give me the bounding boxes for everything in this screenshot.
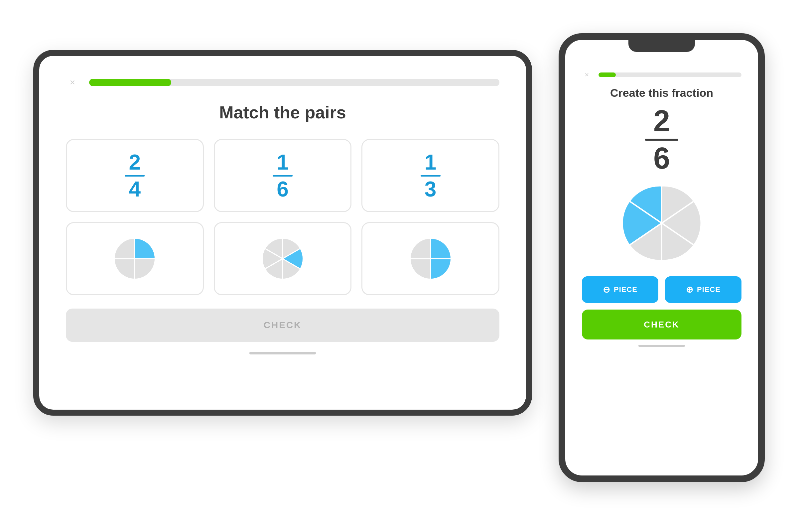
phone-notch [628, 40, 695, 52]
tablet-grid: 2 4 1 6 1 3 [66, 139, 499, 295]
phone-progress-bar-fill [598, 73, 616, 77]
tablet-close-button[interactable]: × [66, 76, 79, 89]
fraction-card-2[interactable]: 1 6 [214, 139, 352, 212]
phone-title: Create this fraction [610, 87, 713, 99]
tablet-progress-bar-container [89, 79, 499, 86]
fraction-line-2 [273, 175, 292, 176]
phone-denominator: 6 [653, 143, 670, 173]
minus-piece-label: PIECE [614, 285, 638, 294]
fraction-card-1[interactable]: 2 4 [66, 139, 204, 212]
tablet-top-bar: × [66, 76, 499, 89]
denominator-1: 4 [129, 178, 141, 200]
phone-close-button[interactable]: × [582, 70, 592, 80]
pie-chart-sixth [261, 237, 304, 280]
scene: × Match the pairs 2 4 1 6 [33, 33, 765, 499]
minus-icon: ⊖ [603, 285, 610, 295]
tablet-check-button[interactable]: CHECK [66, 308, 499, 342]
denominator-3: 3 [424, 178, 437, 200]
plus-icon: ⊕ [686, 285, 694, 295]
numerator-3: 1 [424, 152, 437, 173]
pie-chart-half [409, 237, 452, 280]
plus-piece-button[interactable]: ⊕ PIECE [665, 276, 741, 303]
minus-piece-button[interactable]: ⊖ PIECE [582, 276, 658, 303]
numerator-1: 2 [129, 152, 141, 173]
tablet-progress-bar-fill [89, 79, 171, 86]
fraction-line-3 [421, 175, 440, 176]
phone-top-bar: × [582, 70, 741, 80]
pie-card-1[interactable] [66, 222, 204, 295]
pie-card-3[interactable] [361, 222, 499, 295]
phone-fraction-display: 2 6 [645, 106, 678, 173]
numerator-2: 1 [277, 152, 289, 173]
phone-home-indicator [639, 345, 685, 347]
denominator-2: 6 [277, 178, 289, 200]
phone-pie-chart [622, 183, 702, 263]
fraction-2-4: 2 4 [125, 152, 145, 200]
plus-piece-label: PIECE [697, 285, 721, 294]
fraction-1-3: 1 3 [421, 152, 440, 200]
fraction-line-1 [125, 175, 145, 176]
pie-chart-quarter [113, 237, 156, 280]
phone-device: × Create this fraction 2 6 [558, 33, 765, 482]
phone-fraction-line [645, 139, 678, 141]
phone-check-button[interactable]: CHECK [582, 309, 741, 340]
tablet-title: Match the pairs [219, 102, 346, 122]
tablet-device: × Match the pairs 2 4 1 6 [33, 50, 532, 416]
pie-card-2[interactable] [214, 222, 352, 295]
tablet-home-indicator [249, 352, 316, 355]
phone-numerator: 2 [653, 106, 670, 136]
phone-progress-bar-container [598, 73, 741, 77]
phone-piece-buttons-row: ⊖ PIECE ⊕ PIECE [582, 276, 741, 303]
fraction-card-3[interactable]: 1 3 [361, 139, 499, 212]
fraction-1-6: 1 6 [273, 152, 292, 200]
